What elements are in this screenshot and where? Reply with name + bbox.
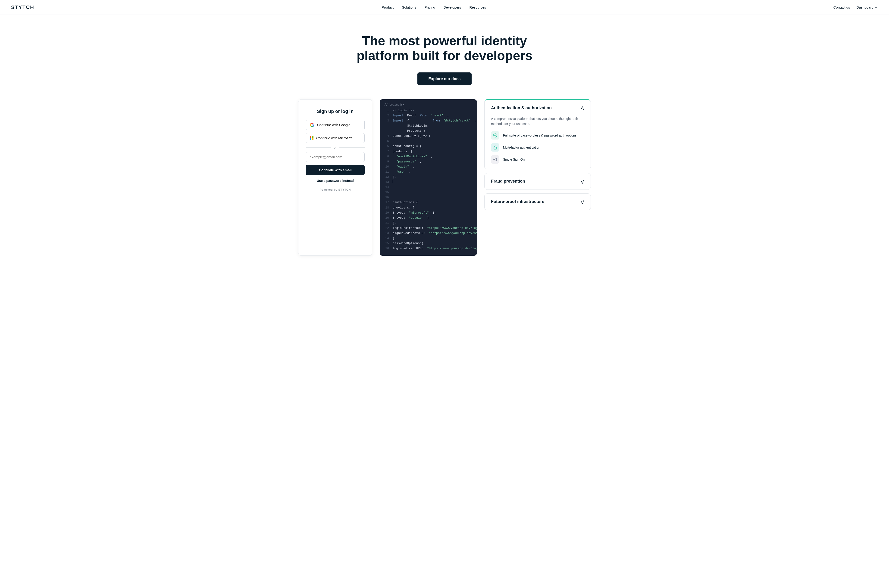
- code-line: 23 signupRedirectURL: "https://www.youra…: [384, 231, 472, 236]
- code-body: 1// login.jsx 2import React from 'react'…: [380, 108, 477, 256]
- microsoft-icon: [310, 136, 314, 140]
- code-line: 14: [384, 184, 472, 190]
- code-panel: // login.jsx 1// login.jsx 2import React…: [380, 99, 477, 256]
- nav-resources[interactable]: Resources: [470, 5, 486, 9]
- nav-developers[interactable]: Developers: [444, 5, 461, 9]
- nav-links: Product Solutions Pricing Developers Res…: [381, 5, 486, 9]
- password-link[interactable]: Use a password instead: [306, 179, 365, 183]
- contact-link[interactable]: Contact us: [833, 5, 850, 9]
- nav-solutions[interactable]: Solutions: [402, 5, 416, 9]
- feature-item-text: Single Sign On: [503, 158, 525, 161]
- feature-auth-body: A comprehensive platform that lets you c…: [485, 116, 590, 169]
- code-line: 26 loginRedirectURL: "https://www.yourap…: [384, 246, 472, 251]
- code-line: 3import { StytchLogin, Products } from '…: [384, 118, 472, 134]
- code-line: 24 },: [384, 236, 472, 241]
- microsoft-button-label: Continue with Microsoft: [316, 136, 352, 140]
- code-line: 7 products: [: [384, 149, 472, 154]
- hero-section: The most powerful identity platform buil…: [0, 15, 889, 99]
- feature-item-passwordless: Full suite of passwordless & password au…: [491, 131, 584, 140]
- feature-item-mfa: Multi-factor authentication: [491, 143, 584, 152]
- feature-fraud-title: Fraud prevention: [491, 179, 525, 184]
- code-line: 8 "emailMagicLinks",: [384, 154, 472, 159]
- code-line: 2import React from 'react';: [384, 113, 472, 118]
- code-line: 1// login.jsx: [384, 108, 472, 113]
- code-line: 21 ],: [384, 220, 472, 226]
- feature-item-text: Multi-factor authentication: [503, 146, 540, 149]
- explore-docs-button[interactable]: Explore our docs: [417, 72, 472, 86]
- sso-circle-icon: [491, 155, 499, 164]
- code-line: 12 ],: [384, 174, 472, 180]
- code-line: 4const Login = () => {: [384, 134, 472, 139]
- lock-grid-icon: [491, 143, 499, 152]
- code-line: 13: [384, 180, 472, 184]
- feature-infra-title: Future-proof infrastructure: [491, 199, 544, 204]
- feature-fraud-section: Fraud prevention ⋁: [484, 173, 591, 190]
- powered-by: Powered by STYTCH: [306, 188, 365, 191]
- microsoft-login-button[interactable]: Continue with Microsoft: [306, 133, 365, 143]
- feature-fraud-header[interactable]: Fraud prevention ⋁: [485, 173, 590, 189]
- divider-line-left: [306, 147, 331, 148]
- code-line: 17 oauthOptions:{: [384, 200, 472, 205]
- code-line: 19 { type: "microsoft" },: [384, 210, 472, 216]
- or-divider: or: [306, 146, 365, 149]
- code-line: 20 { type: "google" }: [384, 216, 472, 220]
- code-line: 6 const config = {: [384, 144, 472, 149]
- chevron-down-icon: ⋁: [581, 179, 584, 184]
- code-line: 25 passwordOptions:{: [384, 241, 472, 246]
- email-input[interactable]: [306, 152, 365, 162]
- code-line: 15: [384, 190, 472, 195]
- email-submit-button[interactable]: Continue with email: [306, 165, 365, 175]
- feature-item-text: Full suite of passwordless & password au…: [503, 134, 577, 137]
- hero-headline: The most powerful identity platform buil…: [352, 33, 537, 63]
- divider-line-right: [339, 147, 365, 148]
- navigation: STYTCH Product Solutions Pricing Develop…: [0, 0, 889, 15]
- dashboard-link[interactable]: Dashboard →: [856, 5, 878, 9]
- check-shield-icon: [491, 131, 499, 140]
- feature-auth-section: Authentication & authorization ⋀ A compr…: [484, 99, 591, 170]
- code-line: 16: [384, 195, 472, 200]
- google-icon: [310, 123, 314, 127]
- code-line: 5: [384, 139, 472, 144]
- code-line: 18 providers: [: [384, 205, 472, 210]
- nav-pricing[interactable]: Pricing: [425, 5, 435, 9]
- svg-rect-1: [494, 146, 495, 146]
- feature-auth-items: Full suite of passwordless & password au…: [491, 131, 584, 164]
- features-panel: Authentication & authorization ⋀ A compr…: [484, 99, 591, 256]
- nav-product[interactable]: Product: [381, 5, 393, 9]
- chevron-down-icon: ⋁: [581, 199, 584, 204]
- chevron-up-icon: ⋀: [581, 105, 584, 111]
- main-content: Sign up or log in Continue with Google C…: [287, 99, 602, 274]
- svg-point-3: [494, 159, 496, 160]
- feature-infra-section: Future-proof infrastructure ⋁: [484, 194, 591, 210]
- feature-auth-title: Authentication & authorization: [491, 105, 552, 110]
- divider-text: or: [334, 146, 336, 149]
- feature-infra-header[interactable]: Future-proof infrastructure ⋁: [485, 194, 590, 210]
- login-title: Sign up or log in: [306, 109, 365, 114]
- code-filename: // login.jsx: [380, 99, 477, 108]
- nav-right: Contact us Dashboard →: [833, 5, 878, 9]
- feature-auth-description: A comprehensive platform that lets you c…: [491, 116, 584, 127]
- logo[interactable]: STYTCH: [11, 4, 34, 10]
- feature-auth-header[interactable]: Authentication & authorization ⋀: [485, 100, 590, 116]
- code-line: 9 "passwords",: [384, 159, 472, 164]
- code-line: 22 loginRedirectURL: "https://www.yourap…: [384, 226, 472, 231]
- code-line: 11 "sso",: [384, 170, 472, 174]
- svg-rect-0: [494, 147, 497, 149]
- google-login-button[interactable]: Continue with Google: [306, 120, 365, 130]
- feature-item-sso: Single Sign On: [491, 155, 584, 164]
- login-card: Sign up or log in Continue with Google C…: [298, 99, 372, 256]
- code-line: 10 "oauth",: [384, 164, 472, 170]
- google-button-label: Continue with Google: [317, 123, 350, 127]
